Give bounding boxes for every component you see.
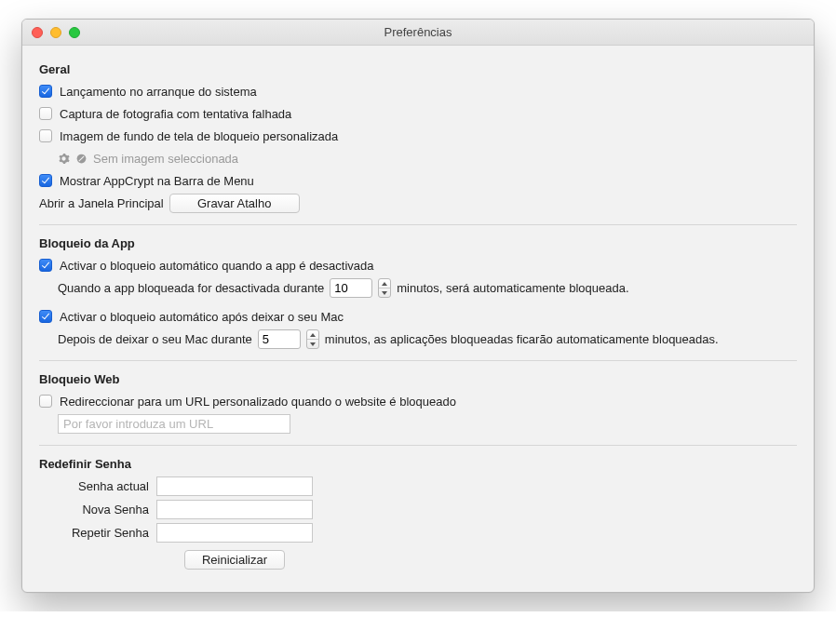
auto-lock-leave-before: Depois de deixar o seu Mac durante xyxy=(58,332,252,346)
deactivate-minutes-input[interactable] xyxy=(330,278,372,298)
redirect-url-label: Redireccionar para um URL personalizado … xyxy=(60,395,456,409)
section-title-applock: Bloqueio da App xyxy=(39,236,797,250)
chevron-down-icon[interactable] xyxy=(379,288,390,297)
row-capture-photo: Captura de fotografia com tentativa falh… xyxy=(39,104,797,123)
chevron-up-icon[interactable] xyxy=(379,279,390,288)
auto-lock-deactivate-checkbox[interactable] xyxy=(39,259,52,272)
gear-icon xyxy=(58,153,70,165)
repeat-password-label: Repetir Senha xyxy=(39,526,156,540)
current-password-input[interactable] xyxy=(156,476,313,496)
show-menubar-checkbox[interactable] xyxy=(39,174,52,187)
reset-button[interactable]: Reinicializar xyxy=(184,550,285,570)
redirect-url-input[interactable] xyxy=(58,414,290,434)
traffic-lights xyxy=(32,27,80,38)
chevron-up-icon[interactable] xyxy=(307,330,318,340)
section-title-general: Geral xyxy=(39,62,797,76)
row-launch-at-startup: Lançamento no arranque do sistema xyxy=(39,82,797,101)
window-title: Preferências xyxy=(22,25,814,39)
record-shortcut-button[interactable]: Gravar Atalho xyxy=(169,194,300,213)
row-auto-lock-leave-desc: Depois de deixar o seu Mac durante minut… xyxy=(39,329,797,349)
row-auto-lock-deactivate: Activar o bloqueio automático quando a a… xyxy=(39,256,797,275)
auto-lock-deactivate-label: Activar o bloqueio automático quando a a… xyxy=(60,259,374,273)
launch-checkbox[interactable] xyxy=(39,85,52,98)
row-new-password: Nova Senha xyxy=(39,500,797,519)
preferences-window: Preferências Geral Lançamento no arranqu… xyxy=(21,19,815,593)
chevron-down-icon[interactable] xyxy=(307,340,318,348)
row-auto-lock-deactivate-desc: Quando a app bloqueada for desactivada d… xyxy=(39,278,797,298)
auto-lock-deactivate-before: Quando a app bloqueada for desactivada d… xyxy=(58,281,324,295)
capture-checkbox[interactable] xyxy=(39,107,52,120)
row-lock-image-tools: Sem imagem seleccionada xyxy=(39,149,797,168)
redirect-url-checkbox[interactable] xyxy=(39,395,52,408)
open-main-window-label: Abrir a Janela Principal xyxy=(39,196,164,210)
launch-label: Lançamento no arranque do sistema xyxy=(60,85,257,99)
show-menubar-label: Mostrar AppCrypt na Barra de Menu xyxy=(60,174,254,188)
row-auto-lock-leave: Activar o bloqueio automático após deixa… xyxy=(39,307,797,326)
leave-stepper[interactable] xyxy=(306,329,319,349)
minimize-icon[interactable] xyxy=(50,27,61,38)
content: Geral Lançamento no arranque do sistema … xyxy=(22,46,814,592)
repeat-password-input[interactable] xyxy=(156,523,313,543)
section-title-weblock: Bloqueio Web xyxy=(39,372,797,386)
capture-label: Captura de fotografia com tentativa falh… xyxy=(60,107,291,121)
close-icon[interactable] xyxy=(32,27,43,38)
auto-lock-leave-checkbox[interactable] xyxy=(39,310,52,323)
new-password-label: Nova Senha xyxy=(39,503,156,517)
row-repeat-password: Repetir Senha xyxy=(39,523,797,543)
auto-lock-deactivate-after: minutos, será automaticamente bloqueada. xyxy=(397,281,628,295)
row-reset-button: Reinicializar xyxy=(39,550,797,570)
row-show-menubar: Mostrar AppCrypt na Barra de Menu xyxy=(39,171,797,190)
auto-lock-leave-after: minutos, as aplicações bloqueadas ficarã… xyxy=(325,332,719,346)
row-custom-lock-image: Imagem de fundo de tela de bloqueio pers… xyxy=(39,127,797,145)
deactivate-stepper[interactable] xyxy=(378,278,391,298)
cancel-icon xyxy=(75,153,88,165)
titlebar: Preferências xyxy=(22,20,814,46)
row-open-main-window: Abrir a Janela Principal Gravar Atalho xyxy=(39,194,797,213)
separator xyxy=(39,360,797,361)
custom-lock-image-label: Imagem de fundo de tela de bloqueio pers… xyxy=(60,129,338,143)
section-title-password: Redefinir Senha xyxy=(39,457,797,471)
row-current-password: Senha actual xyxy=(39,476,797,496)
separator xyxy=(39,224,797,225)
custom-lock-image-checkbox[interactable] xyxy=(39,129,52,142)
current-password-label: Senha actual xyxy=(39,479,156,493)
auto-lock-leave-label: Activar o bloqueio automático após deixa… xyxy=(60,310,344,324)
zoom-icon[interactable] xyxy=(69,27,80,38)
no-image-label: Sem imagem seleccionada xyxy=(93,152,238,166)
leave-minutes-input[interactable] xyxy=(258,329,301,349)
row-redirect-url: Redireccionar para um URL personalizado … xyxy=(39,392,797,410)
row-redirect-url-field xyxy=(39,414,797,434)
lock-image-tools xyxy=(58,153,88,165)
new-password-input[interactable] xyxy=(156,500,313,519)
separator xyxy=(39,445,797,446)
